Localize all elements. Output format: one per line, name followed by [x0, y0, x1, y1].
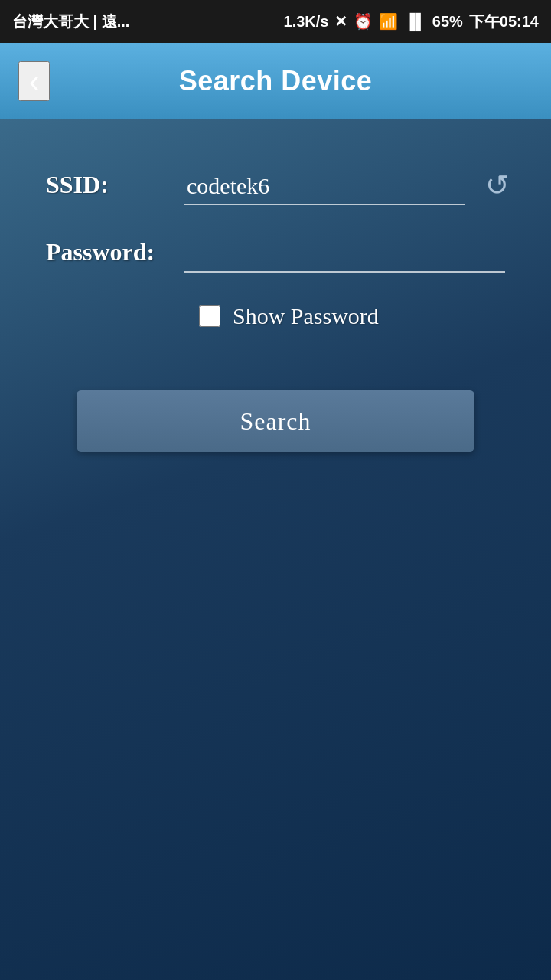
search-button[interactable]: Search	[77, 390, 474, 452]
network-icon: ▐▌	[404, 13, 425, 31]
speed-text: 1.3K/s	[284, 13, 329, 31]
wifi-icon: 📶	[379, 12, 398, 31]
ssid-input[interactable]	[184, 168, 465, 205]
form-container: SSID: ↺ Password: Show Password Search	[31, 165, 520, 452]
show-password-checkbox[interactable]	[199, 305, 220, 327]
password-row: Password:	[46, 236, 505, 273]
password-input[interactable]	[184, 236, 505, 273]
main-content: SSID: ↺ Password: Show Password Search	[0, 119, 551, 980]
status-bar: 台灣大哥大 | 遠... 1.3K/s ✕ ⏰ 📶 ▐▌ 65% 下午05:14	[0, 0, 551, 43]
alarm-icon: ⏰	[354, 12, 373, 31]
status-right: 1.3K/s ✕ ⏰ 📶 ▐▌ 65% 下午05:14	[284, 11, 539, 32]
password-input-wrapper	[184, 236, 505, 273]
ssid-row: SSID: ↺	[46, 165, 505, 205]
time-text: 下午05:14	[469, 11, 539, 32]
back-button[interactable]: ‹	[18, 61, 50, 101]
page-title: Search Device	[179, 65, 373, 97]
password-label: Password:	[46, 238, 184, 273]
search-button-container: Search	[46, 375, 505, 452]
battery-text: 65%	[432, 13, 463, 31]
show-password-row: Show Password	[46, 303, 505, 329]
carrier-text: 台灣大哥大 | 遠...	[12, 11, 129, 32]
ssid-input-wrapper: ↺	[184, 165, 517, 205]
show-password-label[interactable]: Show Password	[233, 303, 379, 329]
header: ‹ Search Device	[0, 43, 551, 119]
signal-icon: ✕	[334, 12, 347, 31]
ssid-label: SSID:	[46, 171, 184, 205]
refresh-button[interactable]: ↺	[478, 165, 517, 205]
